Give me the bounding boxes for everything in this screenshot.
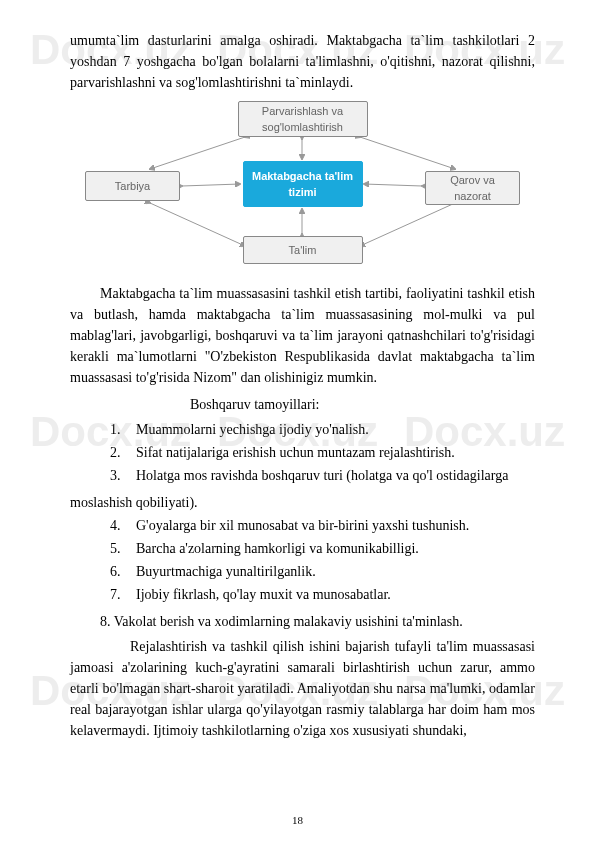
list-item: 2.Sifat natijalariga erishish uchun munt…	[100, 442, 535, 463]
list-item: 7.Ijobiy fikrlash, qo'lay muxit va munos…	[100, 584, 535, 605]
paragraph-2: Maktabgacha ta`lim muassasasini tashkil …	[70, 283, 535, 388]
list-text: Muammolarni yechishga ijodiy yo'nalish.	[136, 422, 369, 437]
svg-line-4	[150, 137, 245, 169]
paragraph-3: Rejalashtirish va tashkil qilish ishini …	[70, 636, 535, 741]
list-text: Sifat natijalariga erishish uchun muntaz…	[136, 445, 455, 460]
list-text: Holatga mos ravishda boshqaruv turi (hol…	[136, 468, 508, 483]
list-text: Barcha a'zolarning hamkorligi va komunik…	[136, 541, 419, 556]
diagram-box-top: Parvarishlash va sog'lomlashtirish	[238, 101, 368, 137]
list-text: Buyurtmachiga yunaltirilganlik.	[136, 564, 316, 579]
diagram-box-bottom: Ta'lim	[243, 236, 363, 264]
diagram-box-right: Qarov va nazorat	[425, 171, 520, 205]
page-number: 18	[292, 812, 303, 829]
principles-list: 1.Muammolarni yechishga ijodiy yo'nalish…	[70, 419, 535, 486]
svg-line-1	[182, 184, 240, 186]
diagram-box-center: Maktabgacha ta'lim tizimi	[243, 161, 363, 207]
svg-line-7	[360, 203, 455, 246]
svg-line-5	[360, 137, 455, 169]
list-item: 5.Barcha a'zolarning hamkorligi va komun…	[100, 538, 535, 559]
list-text: Ijobiy fikrlash, qo'lay muxit va munosab…	[136, 587, 391, 602]
list-item: 6.Buyurtmachiga yunaltirilganlik.	[100, 561, 535, 582]
section-title: Boshqaruv tamoyillari:	[190, 394, 535, 415]
list-item: 3.Holatga mos ravishda boshqaruv turi (h…	[100, 465, 535, 486]
paragraph-intro: umumta`lim dasturlarini amalga oshiradi.…	[70, 30, 535, 93]
concept-diagram: Parvarishlash va sog'lomlashtirish Tarbi…	[70, 101, 535, 271]
svg-line-6	[150, 203, 245, 246]
list-text: G'oyalarga bir xil munosabat va bir-biri…	[136, 518, 469, 533]
principles-list-cont: 4.G'oyalarga bir xil munosabat va bir-bi…	[70, 515, 535, 605]
diagram-box-left: Tarbiya	[85, 171, 180, 201]
svg-line-2	[364, 184, 422, 186]
list-item-continuation: moslashish qobiliyati).	[70, 492, 535, 513]
list-item-8: 8. Vakolat berish va xodimlarning malaka…	[70, 611, 535, 632]
list-item: 4.G'oyalarga bir xil munosabat va bir-bi…	[100, 515, 535, 536]
list-item: 1.Muammolarni yechishga ijodiy yo'nalish…	[100, 419, 535, 440]
